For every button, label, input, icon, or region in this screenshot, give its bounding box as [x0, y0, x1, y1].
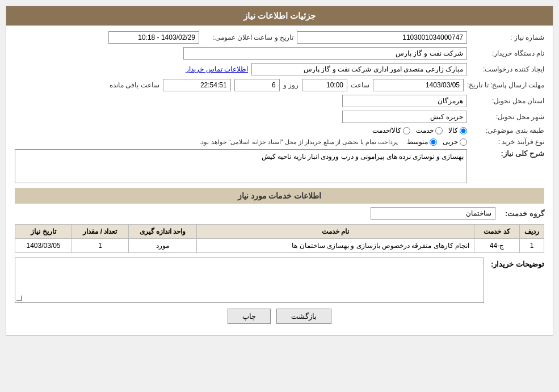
col-name: نام خدمت — [197, 225, 474, 239]
col-date: تاریخ نیاز — [15, 225, 72, 239]
deadline-days-input[interactable] — [234, 79, 280, 91]
deadline-time-input[interactable] — [302, 79, 347, 91]
services-header: اطلاعات خدمات مورد نیاز — [15, 188, 544, 204]
services-table-container: ردیف کد خدمت نام خدمت واحد اندازه گیری ت… — [15, 224, 544, 253]
main-container: جزئیات اطلاعات نیاز شماره نیاز : تاریخ و… — [6, 6, 553, 336]
buyer-desc-label: توضیحات خریدار: — [487, 258, 544, 268]
col-qty: تعداد / مقدار — [72, 225, 129, 239]
cell-date: 1403/03/05 — [15, 239, 72, 253]
group-service-label: گروه خدمت: — [499, 209, 544, 218]
province-label: استان محل تحویل: — [470, 97, 544, 105]
group-service-input[interactable] — [371, 207, 495, 220]
services-table: ردیف کد خدمت نام خدمت واحد اندازه گیری ت… — [15, 224, 544, 253]
contact-link[interactable]: اطلاعات تماس خریدار — [186, 65, 248, 73]
deadline-date-input[interactable] — [373, 79, 464, 91]
purchase-radio-group: جزیی متوسط — [407, 138, 467, 146]
need-number-input[interactable] — [297, 31, 467, 44]
date-input[interactable] — [108, 31, 199, 44]
description-box: بهسازی و نوسازی نرده های پیرامونی و درب … — [15, 149, 467, 183]
creator-label: ایجاد کننده درخواست: — [470, 65, 544, 73]
province-input[interactable] — [342, 95, 467, 107]
category-label: طبقه بندی موضوعی: — [470, 127, 544, 134]
header-title: جزئیات اطلاعات نیاز — [243, 11, 316, 20]
page-wrapper: جزئیات اطلاعات نیاز شماره نیاز : تاریخ و… — [0, 0, 559, 392]
category-service[interactable]: خدمت — [416, 127, 443, 134]
buyer-desc-row: توضیحات خریدار: — [15, 258, 544, 303]
cell-row: 1 — [520, 239, 544, 253]
cell-code: ج-44 — [474, 239, 520, 253]
purchase-partial[interactable]: جزیی — [443, 138, 467, 146]
creator-row: ایجاد کننده درخواست: اطلاعات تماس خریدار — [15, 63, 544, 75]
page-title: جزئیات اطلاعات نیاز — [6, 6, 553, 26]
buyer-name-input[interactable] — [183, 47, 467, 60]
category-row: طبقه بندی موضوعی: کالا خدمت کالا/خدمت — [15, 127, 544, 134]
col-unit: واحد اندازه گیری — [129, 225, 197, 239]
deadline-row: مهلت ارسال پاسخ: تا تاریخ: ساعت روز و سا… — [15, 79, 544, 91]
purchase-note: پرداخت تمام یا بخشی از مبلغ خریدار از مح… — [199, 138, 398, 146]
city-row: شهر محل تحویل: — [15, 111, 544, 123]
back-button[interactable]: بازگشت — [276, 309, 331, 324]
deadline-label: مهلت ارسال پاسخ: تا تاریخ: — [467, 81, 544, 89]
content-area: شماره نیاز : تاریخ و ساعت اعلان عمومی: ن… — [6, 26, 553, 335]
buyer-textarea — [15, 258, 484, 303]
category-goods-service[interactable]: کالا/خدمت — [372, 127, 410, 134]
deadline-day-label: روز و — [283, 81, 299, 89]
description-label: شرح کلی نیاز: — [470, 149, 544, 158]
date-label: تاریخ و ساعت اعلان عمومی: — [203, 33, 293, 41]
category-goods[interactable]: کالا — [448, 127, 467, 134]
province-row: استان محل تحویل: — [15, 95, 544, 107]
purchase-medium[interactable]: متوسط — [407, 138, 437, 146]
city-label: شهر محل تحویل: — [470, 113, 544, 121]
city-input[interactable] — [342, 111, 467, 123]
deadline-remaining-label: ساعت باقی مانده — [110, 81, 159, 89]
deadline-remaining-input[interactable] — [163, 79, 231, 91]
cell-qty: 1 — [72, 239, 129, 253]
purchase-type-row: نوع فرآیند خرید : جزیی متوسط پرداخت تمام… — [15, 138, 544, 146]
cell-name: انجام کارهای متفرقه درخصوص بازسازی و بهس… — [197, 239, 474, 253]
need-number-label: شماره نیاز : — [470, 33, 544, 41]
creator-input[interactable] — [251, 63, 467, 75]
buyer-name-row: نام دستگاه خریدار: — [15, 47, 544, 60]
group-service-row: گروه خدمت: — [15, 207, 544, 220]
purchase-type-label: نوع فرآیند خرید : — [470, 138, 544, 146]
description-row: شرح کلی نیاز: بهسازی و نوسازی نرده های پ… — [15, 149, 544, 183]
table-row: 1 ج-44 انجام کارهای متفرقه درخصوص بازساز… — [15, 239, 544, 253]
need-number-row: شماره نیاز : تاریخ و ساعت اعلان عمومی: — [15, 31, 544, 44]
deadline-time-label: ساعت — [351, 81, 369, 89]
buttons-row: بازگشت چاپ — [15, 309, 544, 324]
col-code: کد خدمت — [474, 225, 520, 239]
cell-unit: مورد — [129, 239, 197, 253]
col-row: ردیف — [520, 225, 544, 239]
buyer-name-label: نام دستگاه خریدار: — [470, 49, 544, 57]
category-radio-group: کالا خدمت کالا/خدمت — [372, 127, 467, 134]
print-button[interactable]: چاپ — [228, 309, 271, 324]
resize-handle[interactable] — [16, 296, 22, 301]
